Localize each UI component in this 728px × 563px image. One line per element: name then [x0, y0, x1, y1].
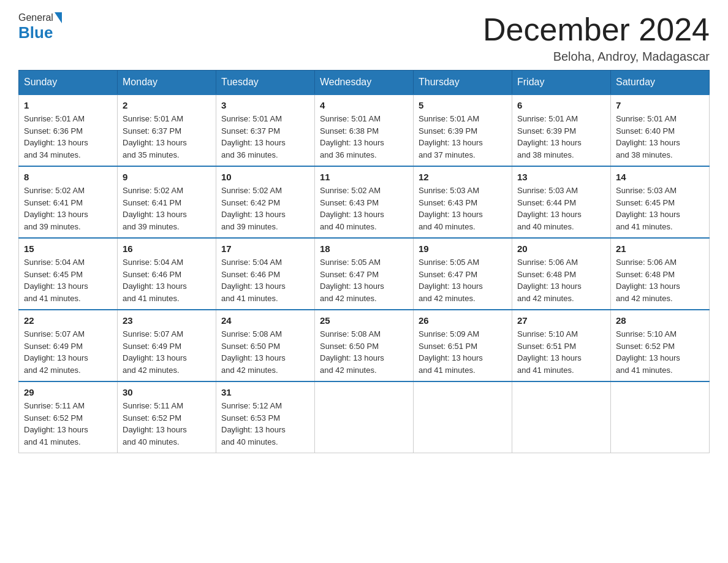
- day-info: Sunrise: 5:01 AMSunset: 6:37 PMDaylight:…: [123, 113, 211, 161]
- day-info: Sunrise: 5:01 AMSunset: 6:40 PMDaylight:…: [616, 113, 704, 161]
- day-info: Sunrise: 5:04 AMSunset: 6:46 PMDaylight:…: [221, 256, 309, 304]
- logo: General Blue: [18, 12, 63, 42]
- day-number: 10: [221, 172, 309, 182]
- calendar-day-11: 11 Sunrise: 5:02 AMSunset: 6:43 PMDaylig…: [315, 166, 414, 238]
- empty-cell: [512, 381, 611, 453]
- day-number: 23: [123, 315, 211, 326]
- calendar-day-30: 30 Sunrise: 5:11 AMSunset: 6:52 PMDaylig…: [118, 381, 216, 453]
- weekday-header-wednesday: Wednesday: [315, 71, 414, 95]
- calendar-day-18: 18 Sunrise: 5:05 AMSunset: 6:47 PMDaylig…: [315, 238, 414, 310]
- day-number: 25: [320, 315, 408, 326]
- calendar-day-20: 20 Sunrise: 5:06 AMSunset: 6:48 PMDaylig…: [512, 238, 611, 310]
- day-number: 26: [419, 315, 507, 326]
- calendar-day-27: 27 Sunrise: 5:10 AMSunset: 6:51 PMDaylig…: [512, 310, 611, 381]
- day-info: Sunrise: 5:08 AMSunset: 6:50 PMDaylight:…: [221, 328, 309, 376]
- day-number: 27: [517, 315, 605, 326]
- day-number: 28: [616, 315, 704, 326]
- day-info: Sunrise: 5:06 AMSunset: 6:48 PMDaylight:…: [616, 256, 704, 304]
- calendar-day-13: 13 Sunrise: 5:03 AMSunset: 6:44 PMDaylig…: [512, 166, 611, 238]
- day-info: Sunrise: 5:01 AMSunset: 6:39 PMDaylight:…: [517, 113, 605, 161]
- day-number: 16: [123, 243, 211, 254]
- calendar-day-26: 26 Sunrise: 5:09 AMSunset: 6:51 PMDaylig…: [414, 310, 512, 381]
- weekday-header-monday: Monday: [118, 71, 216, 95]
- empty-cell: [414, 381, 512, 453]
- day-info: Sunrise: 5:01 AMSunset: 6:36 PMDaylight:…: [24, 113, 112, 161]
- day-info: Sunrise: 5:05 AMSunset: 6:47 PMDaylight:…: [419, 256, 507, 304]
- weekday-header-saturday: Saturday: [611, 71, 710, 95]
- day-number: 8: [24, 172, 112, 182]
- day-number: 31: [221, 387, 309, 397]
- day-number: 20: [517, 243, 605, 254]
- day-number: 29: [24, 387, 112, 397]
- calendar-day-3: 3 Sunrise: 5:01 AMSunset: 6:37 PMDayligh…: [216, 94, 315, 166]
- logo-arrow-icon: [55, 12, 62, 23]
- day-info: Sunrise: 5:01 AMSunset: 6:39 PMDaylight:…: [419, 113, 507, 161]
- calendar-day-10: 10 Sunrise: 5:02 AMSunset: 6:42 PMDaylig…: [216, 166, 315, 238]
- calendar-day-23: 23 Sunrise: 5:07 AMSunset: 6:49 PMDaylig…: [118, 310, 216, 381]
- calendar-day-16: 16 Sunrise: 5:04 AMSunset: 6:46 PMDaylig…: [118, 238, 216, 310]
- day-info: Sunrise: 5:01 AMSunset: 6:37 PMDaylight:…: [221, 113, 309, 161]
- day-number: 22: [24, 315, 112, 326]
- day-info: Sunrise: 5:11 AMSunset: 6:52 PMDaylight:…: [123, 400, 211, 448]
- day-number: 17: [221, 243, 309, 254]
- day-number: 24: [221, 315, 309, 326]
- day-number: 12: [419, 172, 507, 182]
- day-info: Sunrise: 5:06 AMSunset: 6:48 PMDaylight:…: [517, 256, 605, 304]
- day-number: 19: [419, 243, 507, 254]
- day-number: 7: [616, 100, 704, 110]
- day-info: Sunrise: 5:04 AMSunset: 6:46 PMDaylight:…: [123, 256, 211, 304]
- calendar-day-21: 21 Sunrise: 5:06 AMSunset: 6:48 PMDaylig…: [611, 238, 710, 310]
- day-number: 30: [123, 387, 211, 397]
- calendar-day-19: 19 Sunrise: 5:05 AMSunset: 6:47 PMDaylig…: [414, 238, 512, 310]
- day-number: 13: [517, 172, 605, 182]
- calendar-day-24: 24 Sunrise: 5:08 AMSunset: 6:50 PMDaylig…: [216, 310, 315, 381]
- calendar-table: SundayMondayTuesdayWednesdayThursdayFrid…: [18, 70, 710, 453]
- day-info: Sunrise: 5:12 AMSunset: 6:53 PMDaylight:…: [221, 400, 309, 448]
- day-number: 18: [320, 243, 408, 254]
- day-info: Sunrise: 5:02 AMSunset: 6:42 PMDaylight:…: [221, 185, 309, 232]
- day-info: Sunrise: 5:02 AMSunset: 6:41 PMDaylight:…: [24, 185, 112, 232]
- day-number: 21: [616, 243, 704, 254]
- day-info: Sunrise: 5:10 AMSunset: 6:51 PMDaylight:…: [517, 328, 605, 376]
- calendar-day-22: 22 Sunrise: 5:07 AMSunset: 6:49 PMDaylig…: [19, 310, 118, 381]
- day-info: Sunrise: 5:01 AMSunset: 6:38 PMDaylight:…: [320, 113, 408, 161]
- calendar-day-7: 7 Sunrise: 5:01 AMSunset: 6:40 PMDayligh…: [611, 94, 710, 166]
- day-number: 11: [320, 172, 408, 182]
- day-info: Sunrise: 5:05 AMSunset: 6:47 PMDaylight:…: [320, 256, 408, 304]
- calendar-day-25: 25 Sunrise: 5:08 AMSunset: 6:50 PMDaylig…: [315, 310, 414, 381]
- calendar-day-17: 17 Sunrise: 5:04 AMSunset: 6:46 PMDaylig…: [216, 238, 315, 310]
- day-number: 1: [24, 100, 112, 110]
- day-number: 9: [123, 172, 211, 182]
- day-info: Sunrise: 5:03 AMSunset: 6:43 PMDaylight:…: [419, 185, 507, 232]
- empty-cell: [611, 381, 710, 453]
- day-number: 5: [419, 100, 507, 110]
- logo-general-text: General: [18, 12, 53, 23]
- day-number: 2: [123, 100, 211, 110]
- calendar-day-15: 15 Sunrise: 5:04 AMSunset: 6:45 PMDaylig…: [19, 238, 118, 310]
- calendar-day-28: 28 Sunrise: 5:10 AMSunset: 6:52 PMDaylig…: [611, 310, 710, 381]
- day-number: 3: [221, 100, 309, 110]
- day-info: Sunrise: 5:09 AMSunset: 6:51 PMDaylight:…: [419, 328, 507, 376]
- day-number: 15: [24, 243, 112, 254]
- location-subtitle: Beloha, Androy, Madagascar: [483, 50, 710, 64]
- day-info: Sunrise: 5:08 AMSunset: 6:50 PMDaylight:…: [320, 328, 408, 376]
- day-number: 6: [517, 100, 605, 110]
- day-number: 4: [320, 100, 408, 110]
- day-info: Sunrise: 5:10 AMSunset: 6:52 PMDaylight:…: [616, 328, 704, 376]
- calendar-day-9: 9 Sunrise: 5:02 AMSunset: 6:41 PMDayligh…: [118, 166, 216, 238]
- calendar-day-8: 8 Sunrise: 5:02 AMSunset: 6:41 PMDayligh…: [19, 166, 118, 238]
- calendar-day-1: 1 Sunrise: 5:01 AMSunset: 6:36 PMDayligh…: [19, 94, 118, 166]
- weekday-header-friday: Friday: [512, 71, 611, 95]
- calendar-day-29: 29 Sunrise: 5:11 AMSunset: 6:52 PMDaylig…: [19, 381, 118, 453]
- logo-blue-text: Blue: [18, 23, 53, 42]
- empty-cell: [315, 381, 414, 453]
- calendar-day-12: 12 Sunrise: 5:03 AMSunset: 6:43 PMDaylig…: [414, 166, 512, 238]
- month-title: December 2024: [483, 12, 710, 47]
- day-info: Sunrise: 5:07 AMSunset: 6:49 PMDaylight:…: [123, 328, 211, 376]
- day-info: Sunrise: 5:03 AMSunset: 6:45 PMDaylight:…: [616, 185, 704, 232]
- day-info: Sunrise: 5:02 AMSunset: 6:43 PMDaylight:…: [320, 185, 408, 232]
- calendar-day-31: 31 Sunrise: 5:12 AMSunset: 6:53 PMDaylig…: [216, 381, 315, 453]
- day-info: Sunrise: 5:11 AMSunset: 6:52 PMDaylight:…: [24, 400, 112, 448]
- page-header: General Blue December 2024 Beloha, Andro…: [18, 12, 710, 64]
- day-number: 14: [616, 172, 704, 182]
